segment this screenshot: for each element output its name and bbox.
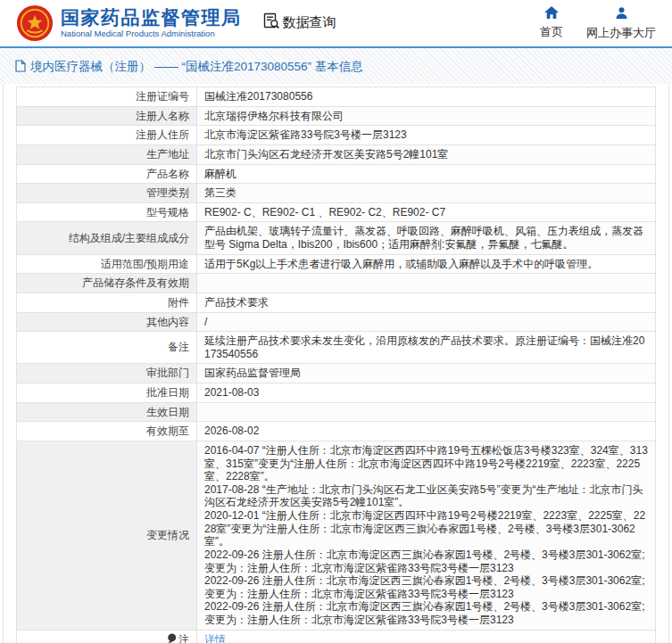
user-icon xyxy=(615,6,628,22)
table-row: 注册人住所北京市海淀区紫雀路33号院3号楼一层3123 xyxy=(17,126,656,145)
table-row: 其他内容/ xyxy=(17,312,656,332)
org-name-cn: 国家药品监督管理局 xyxy=(61,8,242,27)
row-label: 审批部门 xyxy=(17,364,197,383)
row-label-text: 注册证编号 xyxy=(136,90,189,103)
row-label: 变更情况 xyxy=(17,441,197,630)
change-record-line: 2022-09-26 注册人住所：北京市海淀区西三旗沁春家园1号楼、2号楼、3号… xyxy=(204,600,648,626)
row-value: 2021-08-03 xyxy=(197,383,656,403)
row-label-text: 变更情况 xyxy=(146,529,189,541)
table-row: 适用范围/预期用途适用于5Kg以上手术患者进行吸入麻醉用，或辅助吸入麻醉以及手术… xyxy=(17,254,656,274)
row-value: 国械注准20173080556 xyxy=(197,87,656,107)
note-balloon-icon xyxy=(167,633,177,643)
info-table-body: 注册证编号国械注准20173080556注册人名称北京瑞得伊格尔科技有限公司注册… xyxy=(17,87,656,643)
breadcrumb-bar: 境内医疗器械（注册） —— “国械注准20173080556” 基本信息 xyxy=(0,46,672,84)
row-label: 生效日期 xyxy=(17,402,197,422)
table-row: 审批部门国家药品监督管理局 xyxy=(17,364,656,383)
table-row: 型号规格RE902- C、RE902- C1 、RE902- C2、RE902-… xyxy=(17,202,656,222)
row-value: 延续注册产品技术要求未发生变化，沿用原核发的产品技术要求。原注册证编号：国械注准… xyxy=(197,332,656,364)
change-record-line: 2022-09-26 注册人住所：北京市海淀区西三旗沁春家园1号楼、2号楼、3号… xyxy=(204,548,648,574)
row-value: 北京瑞得伊格尔科技有限公司 xyxy=(197,106,656,126)
row-label: 注 xyxy=(17,630,197,643)
row-label: 注册人住所 xyxy=(17,126,197,145)
row-label-text: 其他内容 xyxy=(146,316,189,328)
national-emblem-logo xyxy=(16,4,54,42)
table-row: 管理类别第三类 xyxy=(17,184,656,203)
row-label: 注册人名称 xyxy=(17,106,197,126)
top-nav: 首页 网上办事大厅 xyxy=(540,6,661,41)
page: 国家药品监督管理局 National Medical Products Admi… xyxy=(0,0,672,643)
row-label-text: 管理类别 xyxy=(146,186,189,199)
row-label: 结构及组成/主要组成成分 xyxy=(17,222,197,254)
document-search-icon xyxy=(263,12,280,32)
row-label: 注册证编号 xyxy=(17,87,197,107)
row-value: 2026-08-02 xyxy=(197,422,656,441)
row-value: 产品技术要求 xyxy=(197,293,656,312)
table-row: 生效日期 xyxy=(17,402,656,422)
org-name-en: National Medical Products Administration xyxy=(61,29,242,38)
table-row: 注册证编号国械注准20173080556 xyxy=(17,87,656,107)
org-name-block: 国家药品监督管理局 National Medical Products Admi… xyxy=(61,8,242,38)
row-label-text: 批准日期 xyxy=(146,386,189,399)
home-icon xyxy=(544,6,559,21)
row-label: 适用范围/预期用途 xyxy=(17,254,197,274)
nav-hall-label: 网上办事大厅 xyxy=(586,25,656,41)
row-value: 产品由机架、玻璃转子流量计、蒸发器、呼吸回路、麻醉呼吸机、风箱、压力表组成，蒸发… xyxy=(197,222,656,254)
row-value: 麻醉机 xyxy=(197,164,656,184)
nav-home-label: 首页 xyxy=(540,24,563,40)
row-label: 产品名称 xyxy=(17,164,197,184)
table-row: 附件产品技术要求 xyxy=(17,293,656,312)
nav-online-hall[interactable]: 网上办事大厅 xyxy=(586,6,656,41)
row-value: RE902- C、RE902- C1 、RE902- C2、RE902- C7 xyxy=(197,202,656,222)
row-value: 2016-04-07 “注册人住所：北京市海淀区西四环中路19号五棵松饭店3号楼… xyxy=(197,441,656,630)
row-label-text: 注 xyxy=(178,633,189,643)
site-header: 国家药品监督管理局 National Medical Products Admi… xyxy=(0,0,672,46)
detail-link[interactable]: 详情 xyxy=(204,633,226,643)
table-row: 产品名称麻醉机 xyxy=(17,164,656,184)
row-label-text: 结构及组成/主要组成成分 xyxy=(69,232,189,244)
row-label-text: 产品储存条件及有效期 xyxy=(82,276,189,289)
table-row: 有效期至2026-08-02 xyxy=(17,422,656,441)
nav-home[interactable]: 首页 xyxy=(540,6,563,41)
row-value: 第三类 xyxy=(197,184,656,203)
row-label: 其他内容 xyxy=(17,312,197,332)
row-label: 产品储存条件及有效期 xyxy=(17,274,197,293)
row-value: 详情 xyxy=(197,630,656,643)
row-label-text: 备注 xyxy=(168,341,189,353)
row-value xyxy=(197,274,656,293)
change-record-line: 2022-09-26 注册人住所：北京市海淀区西三旗沁春家园1号楼、2号楼、3号… xyxy=(204,574,648,600)
row-label-text: 注册人名称 xyxy=(136,110,189,122)
row-label: 附件 xyxy=(17,293,197,312)
row-label: 管理类别 xyxy=(17,184,197,203)
table-row: 注册人名称北京瑞得伊格尔科技有限公司 xyxy=(17,106,656,126)
breadcrumb-text: 境内医疗器械（注册） —— “国械注准20173080556” 基本信息 xyxy=(30,59,363,75)
table-row: 生产地址北京市门头沟区石龙经济开发区美安路5号2幢101室 xyxy=(17,144,656,164)
table-row: 变更情况2016-04-07 “注册人住所：北京市海淀区西四环中路19号五棵松饭… xyxy=(17,441,656,630)
page-doc-icon xyxy=(15,60,26,75)
table-row: 批准日期2021-08-03 xyxy=(17,383,656,403)
row-label-text: 适用范围/预期用途 xyxy=(101,258,189,270)
row-label-text: 生效日期 xyxy=(146,406,189,418)
data-query-label: 数据查询 xyxy=(283,14,336,31)
row-label-text: 注册人住所 xyxy=(136,128,189,141)
data-query-nav[interactable]: 数据查询 xyxy=(263,12,336,32)
change-record-line: 2020-12-01 “注册人住所：北京市海淀区西四环中路19号2号楼2219室… xyxy=(204,509,648,548)
change-record-line: 2016-04-07 “注册人住所：北京市海淀区西四环中路19号五棵松饭店3号楼… xyxy=(204,444,648,483)
row-value: 北京市海淀区紫雀路33号院3号楼一层3123 xyxy=(197,126,656,145)
row-value: 国家药品监督管理局 xyxy=(197,364,656,383)
table-row: 注详情 xyxy=(17,630,656,643)
row-value: 适用于5Kg以上手术患者进行吸入麻醉用，或辅助吸入麻醉以及手术中的呼吸管理。 xyxy=(197,254,656,274)
row-label-text: 附件 xyxy=(168,296,189,309)
row-label-text: 生产地址 xyxy=(146,148,189,161)
change-record-line: 2017-08-28 “生产地址：北京市门头沟区石龙工业区美安路5号”变更为“生… xyxy=(204,483,648,509)
row-label: 生产地址 xyxy=(17,144,197,164)
row-label: 有效期至 xyxy=(17,422,197,441)
row-label-text: 产品名称 xyxy=(146,168,189,180)
row-value: 北京市门头沟区石龙经济开发区美安路5号2幢101室 xyxy=(197,144,656,164)
breadcrumb: 境内医疗器械（注册） —— “国械注准20173080556” 基本信息 xyxy=(15,59,363,75)
content-area: 注册证编号国械注准20173080556注册人名称北京瑞得伊格尔科技有限公司注册… xyxy=(3,84,669,643)
row-label: 型号规格 xyxy=(17,202,197,222)
row-label: 备注 xyxy=(17,332,197,364)
registration-info-table: 注册证编号国械注准20173080556注册人名称北京瑞得伊格尔科技有限公司注册… xyxy=(16,87,656,643)
row-label-text: 审批部门 xyxy=(146,367,189,379)
row-value: / xyxy=(197,312,656,332)
